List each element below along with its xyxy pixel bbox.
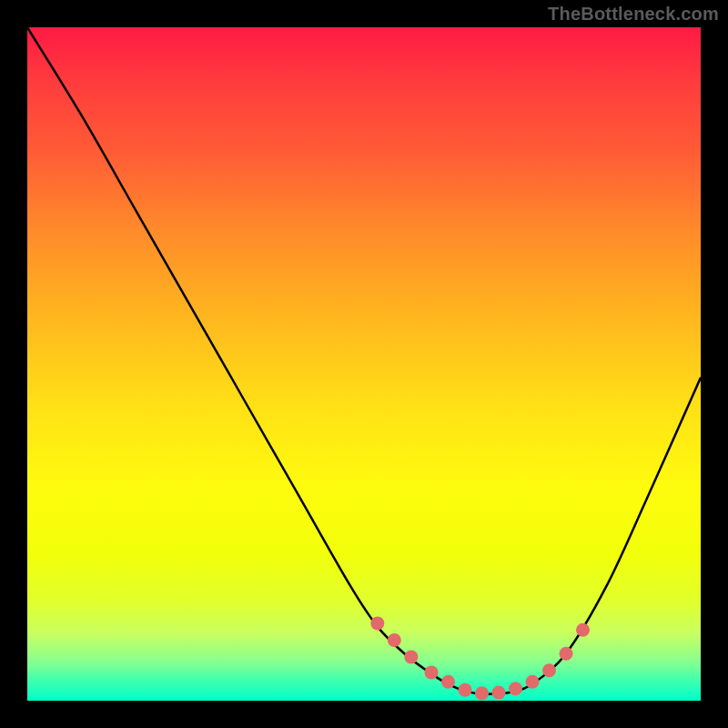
chart-svg (27, 27, 701, 701)
marker-dot (404, 650, 418, 663)
marker-dot (388, 633, 401, 647)
marker-dot (526, 675, 540, 689)
marker-dot (560, 647, 573, 661)
marker-dot (425, 665, 439, 679)
marker-dot (370, 616, 384, 630)
bottleneck-curve (27, 27, 701, 694)
chart-area (27, 27, 701, 701)
marker-dot (542, 663, 556, 677)
marker-dot (475, 686, 489, 700)
marker-dot (576, 623, 590, 637)
marker-dot (441, 675, 455, 689)
marker-dot (492, 686, 506, 700)
marker-dot (459, 683, 472, 697)
marker-dot (509, 682, 522, 695)
watermark-text: TheBottleneck.com (548, 4, 719, 25)
curve-markers (370, 616, 590, 700)
